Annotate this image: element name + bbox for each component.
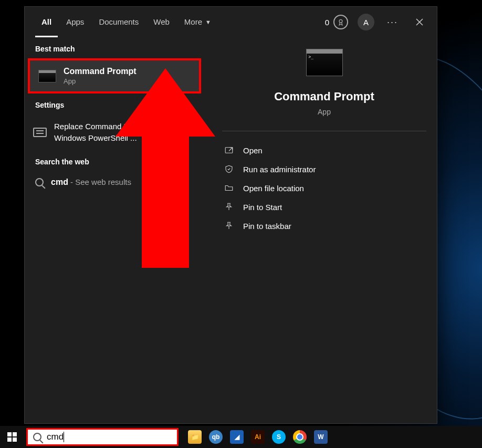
user-avatar[interactable]: A xyxy=(358,14,374,30)
action-run-as-admin[interactable]: Run as administrator xyxy=(222,160,426,179)
result-title: Command Prompt xyxy=(64,67,137,76)
settings-replace-cmd-powershell[interactable]: Replace Command Prompt with Windows Powe… xyxy=(25,114,204,150)
open-icon xyxy=(224,145,234,155)
folder-icon xyxy=(224,183,234,193)
shield-icon xyxy=(224,164,234,174)
action-pin-start-label: Pin to Start xyxy=(243,203,282,212)
preview-column: Command Prompt App Open Run as administr… xyxy=(204,37,437,423)
close-button[interactable] xyxy=(411,13,428,31)
svg-point-0 xyxy=(339,19,342,23)
divider xyxy=(222,131,426,131)
annotation-highlight-box: Command Prompt App xyxy=(28,58,201,93)
action-open-loc-label: Open file location xyxy=(243,184,304,193)
taskbar-file-explorer[interactable]: 📁 xyxy=(188,430,202,444)
taskbar-chrome[interactable] xyxy=(293,430,307,444)
taskbar-word[interactable]: W xyxy=(314,430,328,444)
best-match-label: Best match xyxy=(25,37,204,58)
taskbar-illustrator[interactable]: Ai xyxy=(251,430,265,444)
pin-start-icon xyxy=(224,202,234,212)
results-column: Best match Command Prompt App Settings R… xyxy=(25,37,204,423)
taskbar-search-input[interactable]: cmd xyxy=(47,432,64,442)
options-button[interactable]: ··· xyxy=(384,14,401,31)
windows-logo-icon xyxy=(7,432,17,442)
tab-documents[interactable]: Documents xyxy=(92,7,145,37)
rewards-count: 0 xyxy=(325,18,329,27)
command-prompt-icon xyxy=(38,70,56,82)
settings-item-text: Replace Command Prompt with Windows Powe… xyxy=(54,121,185,144)
close-icon xyxy=(416,18,423,26)
result-command-prompt[interactable]: Command Prompt App xyxy=(30,60,199,91)
result-subtitle: App xyxy=(64,77,137,85)
tab-web[interactable]: Web xyxy=(147,7,176,37)
tab-more-label: More xyxy=(184,7,202,37)
rewards-badge-icon xyxy=(333,15,348,29)
taskbar-skype[interactable]: S xyxy=(272,430,286,444)
search-tabs: All Apps Documents Web More ▼ 0 A ··· xyxy=(25,7,437,37)
taskbar-affinity[interactable]: ◢ xyxy=(230,430,244,444)
avatar-letter: A xyxy=(363,18,369,27)
chevron-down-icon: ▼ xyxy=(205,7,211,37)
preview-title: Command Prompt xyxy=(274,90,374,103)
start-search-panel: All Apps Documents Web More ▼ 0 A ··· xyxy=(24,6,437,424)
pin-taskbar-icon xyxy=(224,221,234,231)
action-open[interactable]: Open xyxy=(222,141,426,160)
settings-monitor-icon xyxy=(33,128,47,137)
search-web-label: Search the web xyxy=(25,150,204,171)
web-hint-text: - See web results xyxy=(68,178,131,186)
action-pin-to-taskbar[interactable]: Pin to taskbar xyxy=(222,216,426,235)
action-pin-to-start[interactable]: Pin to Start xyxy=(222,197,426,216)
action-run-admin-label: Run as administrator xyxy=(243,165,316,174)
taskbar-qbittorrent[interactable]: qb xyxy=(209,430,223,444)
taskbar-pinned-apps: 📁 qb ◢ Ai S W xyxy=(181,430,328,444)
action-open-label: Open xyxy=(243,146,263,155)
start-button[interactable] xyxy=(0,426,24,448)
command-prompt-large-icon xyxy=(306,49,343,76)
search-icon xyxy=(33,433,41,441)
action-open-file-location[interactable]: Open file location xyxy=(222,179,426,197)
tab-more[interactable]: More ▼ xyxy=(178,7,217,37)
tab-apps[interactable]: Apps xyxy=(60,7,90,37)
search-icon xyxy=(35,178,44,186)
tab-all[interactable]: All xyxy=(35,7,58,37)
preview-subtitle: App xyxy=(318,108,331,116)
taskbar: cmd 📁 qb ◢ Ai S W xyxy=(0,426,482,448)
text-cursor xyxy=(64,432,64,442)
web-result-cmd[interactable]: cmd - See web results xyxy=(25,171,204,193)
action-pin-taskbar-label: Pin to taskbar xyxy=(243,222,291,231)
web-query-text: cmd xyxy=(51,178,68,186)
settings-label: Settings xyxy=(25,93,204,114)
chevron-right-icon: › xyxy=(193,127,196,138)
taskbar-search-box[interactable]: cmd xyxy=(26,428,179,446)
rewards-button[interactable]: 0 xyxy=(325,15,348,29)
